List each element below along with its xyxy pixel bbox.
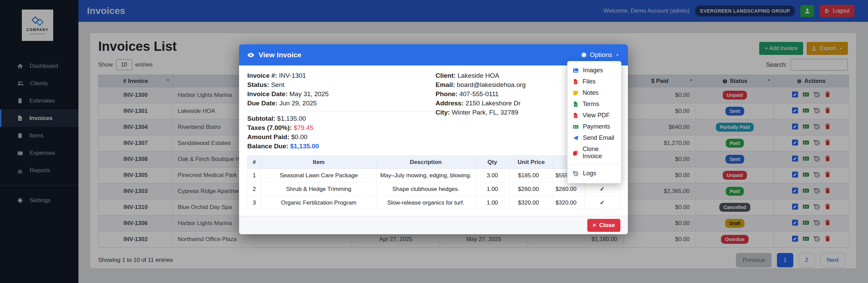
- modal-title: View Invoice: [247, 51, 301, 59]
- item-row: 2 Shrub & Hedge Trimming Shape clubhouse…: [248, 182, 620, 196]
- client-name-value: Lakeside HOA: [457, 72, 499, 79]
- caret-down-icon: [615, 53, 620, 57]
- close-label: Close: [599, 222, 615, 229]
- pdf-icon: [573, 113, 578, 118]
- items-header-qty: Qty: [475, 156, 510, 169]
- phone-label: Phone:: [436, 90, 457, 98]
- item-num: 2: [248, 182, 261, 196]
- history-icon: [573, 170, 579, 177]
- close-button[interactable]: × Close: [587, 219, 620, 232]
- eye-icon: [247, 51, 254, 59]
- menu-item-images[interactable]: Images: [568, 65, 621, 76]
- menu-item-label: Files: [583, 78, 595, 85]
- item-description: May–July mowing, edging, blowing.: [377, 169, 475, 182]
- item-name: Organic Fertilization Program: [261, 196, 377, 210]
- item-taxed-check-icon: ✓: [585, 196, 620, 210]
- subtotal-value: $1,135.00: [277, 115, 306, 122]
- items-header-description: Description: [377, 156, 475, 169]
- item-qty: 3.00: [475, 169, 510, 182]
- note-icon: [573, 90, 578, 96]
- close-icon: ×: [593, 222, 596, 229]
- due-date-label: Due Date:: [247, 100, 278, 107]
- item-row: 1 Seasonal Lawn Care Package May–July mo…: [248, 169, 620, 182]
- item-name: Seasonal Lawn Care Package: [261, 169, 377, 182]
- city-label: City:: [436, 109, 450, 116]
- menu-divider: [568, 164, 621, 165]
- details-divider: [247, 111, 433, 111]
- items-header-unit-price: Unit Price: [510, 156, 553, 169]
- item-num: 3: [248, 196, 261, 210]
- address-label: Address:: [436, 100, 464, 107]
- item-qty: 1.00: [475, 196, 510, 210]
- menu-item-notes[interactable]: Notes: [568, 87, 621, 99]
- menu-item-view-pdf[interactable]: View PDF: [568, 110, 621, 121]
- item-unit-price: $320.00: [510, 196, 553, 210]
- taxes-value: $79.45: [294, 124, 313, 131]
- pdf-icon: [573, 79, 578, 85]
- image-icon: [573, 68, 579, 74]
- menu-item-payments[interactable]: Payments: [568, 121, 621, 132]
- items-header-item: Item: [261, 156, 377, 169]
- item-qty: 1.00: [475, 182, 510, 196]
- options-button[interactable]: Options: [581, 51, 620, 59]
- menu-item-send-email[interactable]: Send Email: [568, 132, 621, 144]
- item-num: 1: [248, 169, 261, 182]
- balance-due-value: $1,135.00: [290, 143, 319, 150]
- menu-item-label: Logs: [583, 170, 596, 177]
- client-label: Client:: [436, 72, 456, 79]
- items-header-row: # Item Description Qty Unit Price: [248, 156, 620, 169]
- menu-item-label: Notes: [583, 89, 599, 96]
- due-date-value: Jun 29, 2025: [279, 100, 317, 107]
- subtotal-label: Subtotal:: [247, 115, 275, 122]
- invoice-number-value: INV-1301: [279, 72, 306, 79]
- item-description: Shape clubhouse hedges.: [377, 182, 475, 196]
- invoice-items-table: # Item Description Qty Unit Price 1 Seas…: [247, 155, 620, 210]
- options-label: Options: [590, 51, 612, 59]
- status-value: Sent: [271, 81, 284, 88]
- terms-file-icon: [573, 101, 578, 107]
- item-unit-price: $185.00: [510, 169, 553, 182]
- item-taxed-check-icon: ✓: [585, 182, 620, 196]
- menu-item-label: View PDF: [583, 112, 610, 119]
- address-value: 2150 Lakeshore Dr: [466, 100, 521, 107]
- item-total: $260.00: [553, 182, 585, 196]
- taxes-label: Taxes (7.00%):: [247, 124, 292, 131]
- invoice-details: Invoice #: INV-1301 Status: Sent Invoice…: [247, 71, 433, 151]
- menu-item-label: Clone Invoice: [583, 146, 618, 160]
- item-description: Slow-release organics for turf.: [377, 196, 475, 210]
- menu-item-label: Terms: [583, 101, 599, 108]
- email-value: board@lakesidehoa.org: [457, 81, 526, 88]
- phone-value: 407-555-0111: [459, 90, 499, 98]
- item-row: 3 Organic Fertilization Program Slow-rel…: [248, 196, 620, 210]
- menu-item-label: Payments: [583, 123, 610, 130]
- email-label: Email:: [436, 81, 455, 88]
- cogs-icon: [581, 52, 587, 58]
- status-label: Status:: [247, 81, 269, 88]
- money-check-icon: [573, 124, 579, 130]
- invoice-number-label: Invoice #:: [247, 72, 277, 79]
- menu-item-logs[interactable]: Logs: [568, 168, 621, 179]
- item-name: Shrub & Hedge Trimming: [261, 182, 377, 196]
- amount-paid-label: Amount Paid:: [247, 133, 290, 140]
- city-value: Winter Park, FL, 32789: [452, 109, 518, 116]
- menu-item-clone-invoice[interactable]: Clone Invoice: [568, 144, 621, 162]
- options-dropdown-menu: Images Files Notes Terms View PDF Paymen…: [567, 61, 621, 183]
- paper-plane-icon: [573, 135, 579, 141]
- balance-due-label: Balance Due:: [247, 143, 288, 150]
- copy-icon: [573, 150, 578, 156]
- item-unit-price: $260.00: [510, 182, 553, 196]
- items-header-num: #: [248, 156, 261, 169]
- menu-item-label: Images: [583, 67, 603, 74]
- invoice-date-value: May 31, 2025: [290, 90, 329, 98]
- menu-item-label: Send Email: [583, 134, 614, 142]
- item-total: $320.00: [553, 196, 585, 210]
- menu-item-files[interactable]: Files: [568, 76, 621, 87]
- menu-item-terms[interactable]: Terms: [568, 99, 621, 110]
- invoice-date-label: Invoice Date:: [247, 90, 288, 98]
- modal-footer: × Close: [239, 216, 628, 234]
- amount-paid-value: $0.00: [291, 133, 308, 140]
